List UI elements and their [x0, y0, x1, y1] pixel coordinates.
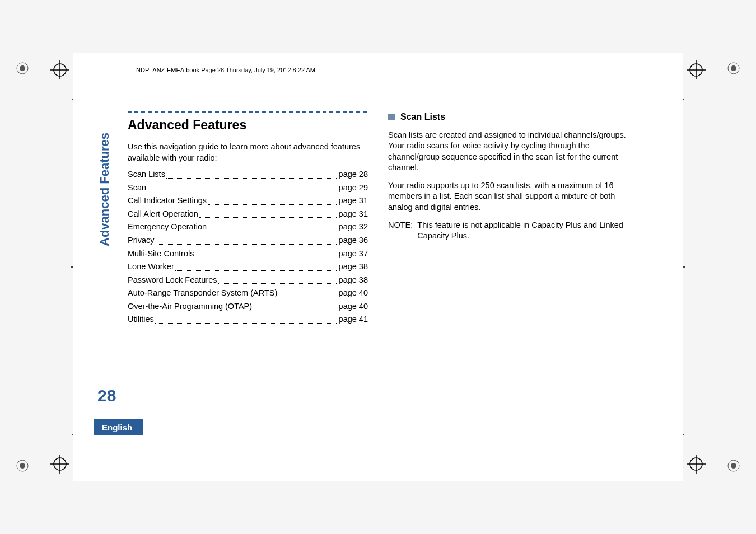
toc-leader-dots — [208, 231, 337, 231]
toc-page: page 41 — [339, 314, 368, 325]
toc-row: Emergency Operationpage 32 — [128, 222, 368, 233]
toc-page: page 38 — [339, 261, 368, 273]
crosshair-icon — [687, 455, 706, 474]
toc-label: Over-the-Air Programming (OTAP) — [128, 301, 252, 312]
toc-leader-dots — [278, 297, 336, 297]
svg-point-1 — [20, 65, 25, 71]
section-heading: Scan Lists — [400, 111, 445, 123]
registration-mark-icon — [726, 458, 741, 474]
table-of-contents: Scan Listspage 28Scanpage 29Call Indicat… — [128, 169, 368, 325]
running-header: NDP_ANZ-EMEA.book Page 28 Thursday, July… — [136, 67, 315, 73]
toc-row: Scan Listspage 28 — [128, 169, 368, 180]
toc-leader-dots — [147, 191, 337, 191]
toc-page: page 38 — [339, 275, 368, 286]
toc-leader-dots — [166, 178, 337, 179]
toc-leader-dots — [218, 283, 337, 284]
toc-leader-dots — [156, 244, 337, 245]
toc-page: page 28 — [339, 169, 368, 180]
title-rule — [128, 111, 368, 113]
toc-page: page 31 — [339, 195, 368, 207]
left-column: Advanced Features Use this navigation gu… — [128, 111, 368, 423]
toc-leader-dots — [195, 257, 336, 257]
right-column: Scan Lists Scan lists are created and as… — [388, 111, 628, 423]
svg-point-3 — [731, 65, 736, 71]
toc-row: Auto-Range Transponder System (ARTS)page… — [128, 288, 368, 299]
page-number: 28 — [97, 386, 116, 405]
toc-row: Password Lock Featurespage 38 — [128, 275, 368, 286]
toc-page: page 36 — [339, 235, 368, 246]
body-paragraph: Your radio supports up to 250 scan lists… — [388, 180, 628, 213]
toc-page: page 40 — [339, 288, 368, 299]
toc-row: Call Indicator Settingspage 31 — [128, 195, 368, 207]
toc-page: page 31 — [339, 209, 368, 220]
page-title: Advanced Features — [128, 116, 368, 134]
toc-leader-dots — [199, 217, 337, 218]
toc-row: Scanpage 29 — [128, 182, 368, 194]
toc-page: page 32 — [339, 222, 368, 233]
toc-leader-dots — [155, 323, 337, 324]
toc-label: Auto-Range Transponder System (ARTS) — [128, 288, 277, 299]
body-paragraph: Scan lists are created and assigned to i… — [388, 130, 628, 174]
toc-label: Scan Lists — [128, 169, 165, 180]
toc-row: Call Alert Operationpage 31 — [128, 209, 368, 220]
toc-row: Privacypage 36 — [128, 235, 368, 246]
toc-page: page 37 — [339, 249, 368, 260]
toc-label: Call Alert Operation — [128, 209, 198, 220]
toc-leader-dots — [208, 204, 337, 205]
crosshair-icon — [50, 455, 69, 474]
toc-row: Utilitiespage 41 — [128, 314, 368, 325]
side-section-label: Advanced Features — [97, 133, 112, 246]
toc-label: Utilities — [128, 314, 154, 325]
registration-mark-icon — [15, 458, 30, 474]
section-heading-row: Scan Lists — [388, 111, 628, 123]
toc-row: Over-the-Air Programming (OTAP)page 40 — [128, 301, 368, 312]
toc-label: Password Lock Features — [128, 275, 217, 286]
toc-label: Lone Worker — [128, 261, 174, 273]
content-area: Advanced Features Use this navigation gu… — [128, 111, 628, 423]
registration-mark-icon — [726, 60, 741, 76]
intro-paragraph: Use this navigation guide to learn more … — [128, 142, 368, 163]
toc-label: Scan — [128, 182, 146, 194]
toc-label: Emergency Operation — [128, 222, 207, 233]
svg-point-7 — [731, 463, 736, 469]
svg-point-5 — [20, 463, 25, 469]
toc-row: Lone Workerpage 38 — [128, 261, 368, 273]
square-bullet-icon — [388, 114, 395, 120]
toc-leader-dots — [253, 310, 336, 310]
toc-label: Privacy — [128, 235, 155, 246]
toc-label: Call Indicator Settings — [128, 195, 207, 207]
note-body: This feature is not applicable in Capaci… — [417, 220, 628, 242]
crosshair-icon — [687, 60, 706, 79]
header-rule — [136, 72, 620, 72]
crosshair-icon — [50, 60, 69, 79]
toc-label: Multi-Site Controls — [128, 249, 194, 260]
registration-mark-icon — [15, 60, 30, 76]
toc-page: page 40 — [339, 301, 368, 312]
toc-row: Multi-Site Controlspage 37 — [128, 249, 368, 260]
note-label: NOTE: — [388, 220, 413, 242]
toc-leader-dots — [175, 270, 337, 271]
toc-page: page 29 — [339, 182, 368, 194]
note-block: NOTE: This feature is not applicable in … — [388, 220, 628, 242]
